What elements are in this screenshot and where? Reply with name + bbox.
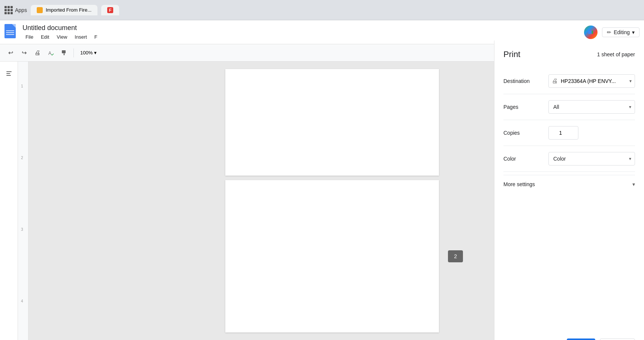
print-copies-row: Copies bbox=[503, 120, 635, 146]
svg-rect-2 bbox=[62, 50, 66, 53]
copies-label: Copies bbox=[503, 130, 548, 136]
grid-icon bbox=[4, 6, 13, 14]
zoom-selector[interactable]: 100% ▾ bbox=[77, 49, 100, 57]
spell-check-button[interactable]: A bbox=[45, 47, 57, 59]
docs-file-icon bbox=[4, 24, 18, 41]
document-page-2: 2 bbox=[225, 180, 439, 332]
destination-value: HP23364A (HP ENVY... bbox=[561, 78, 629, 84]
more-settings-label: More settings bbox=[503, 181, 535, 187]
print-button[interactable]: 🖨 bbox=[31, 47, 43, 59]
menu-format[interactable]: F bbox=[91, 33, 100, 41]
svg-rect-3 bbox=[6, 71, 12, 72]
browser-bar: Apps Imported From Fire... F bbox=[0, 0, 644, 20]
print-buttons-area: Print Cancel bbox=[503, 329, 635, 340]
ruler-numbers: 1 2 3 4 bbox=[21, 62, 23, 340]
print-destination-row: Destination 🖨 HP23364A (HP ENVY... ▾ bbox=[503, 68, 635, 94]
toolbar-separator-1 bbox=[73, 48, 74, 57]
zoom-value: 100% bbox=[80, 50, 93, 56]
left-sidebar bbox=[0, 62, 18, 340]
cancel-button[interactable]: Cancel bbox=[600, 338, 635, 340]
copies-input[interactable] bbox=[548, 126, 578, 140]
print-panel: Print 1 sheet of paper Destination 🖨 HP2… bbox=[494, 41, 644, 340]
print-pages-row: Pages All Custom ▾ bbox=[503, 94, 635, 120]
color-select-wrapper[interactable]: Color Black and white ▾ bbox=[548, 152, 635, 165]
svg-rect-4 bbox=[6, 73, 10, 74]
apps-label: Apps bbox=[15, 7, 27, 13]
menu-edit[interactable]: Edit bbox=[38, 33, 52, 41]
zoom-chevron: ▾ bbox=[94, 50, 97, 56]
print-sheets-label: 1 sheet of paper bbox=[597, 51, 635, 57]
destination-select-wrapper[interactable]: 🖨 HP23364A (HP ENVY... ▾ bbox=[548, 74, 635, 88]
print-title-row: Print 1 sheet of paper bbox=[503, 50, 635, 59]
more-settings-row[interactable]: More settings ▾ bbox=[503, 175, 635, 193]
menu-view[interactable]: View bbox=[54, 33, 70, 41]
tab-favicon-imported bbox=[37, 7, 43, 13]
docs-title-area: Untitled document File Edit View Insert … bbox=[22, 24, 580, 41]
pages-label: Pages bbox=[503, 104, 548, 110]
color-label: Color bbox=[503, 156, 548, 162]
apps-launcher[interactable]: Apps bbox=[4, 6, 27, 14]
pages-select-wrapper[interactable]: All Custom ▾ bbox=[548, 100, 635, 114]
ruler-left: 1 2 3 4 bbox=[18, 62, 28, 340]
menu-file[interactable]: File bbox=[22, 33, 36, 41]
google-meet-button[interactable] bbox=[584, 26, 598, 39]
outline-button[interactable] bbox=[3, 68, 15, 80]
print-title: Print bbox=[503, 50, 520, 59]
editing-chevron: ▾ bbox=[632, 29, 635, 35]
redo-button[interactable]: ↪ bbox=[18, 47, 30, 59]
destination-label: Destination bbox=[503, 78, 548, 84]
svg-text:A: A bbox=[48, 51, 51, 56]
svg-rect-0 bbox=[588, 30, 592, 34]
document-page-1 bbox=[225, 69, 439, 176]
page-number-badge: 2 bbox=[448, 250, 463, 262]
print-color-row: Color Color Black and white ▾ bbox=[503, 146, 635, 172]
pages-select[interactable]: All Custom bbox=[548, 100, 635, 114]
printer-icon: 🖨 bbox=[552, 78, 558, 84]
undo-button[interactable]: ↩ bbox=[4, 47, 16, 59]
editing-button[interactable]: ✏ Editing ▾ bbox=[602, 27, 640, 37]
more-settings-chevron: ▾ bbox=[632, 181, 635, 187]
menu-insert[interactable]: Insert bbox=[72, 33, 90, 41]
destination-chevron: ▾ bbox=[629, 78, 632, 84]
svg-rect-5 bbox=[6, 75, 11, 76]
color-select[interactable]: Color Black and white bbox=[548, 152, 635, 165]
tab-imported[interactable]: Imported From Fire... bbox=[31, 5, 97, 15]
print-submit-button[interactable]: Print bbox=[567, 338, 596, 340]
docs-title[interactable]: Untitled document bbox=[22, 24, 580, 32]
tab-label-imported: Imported From Fire... bbox=[46, 7, 91, 13]
tab-favicon-f: F bbox=[107, 7, 113, 13]
docs-menu: File Edit View Insert F bbox=[22, 33, 580, 41]
editing-label: Editing bbox=[614, 29, 630, 35]
tab-f[interactable]: F bbox=[101, 5, 119, 15]
paint-format-button[interactable] bbox=[58, 47, 70, 59]
pencil-icon: ✏ bbox=[607, 29, 611, 35]
